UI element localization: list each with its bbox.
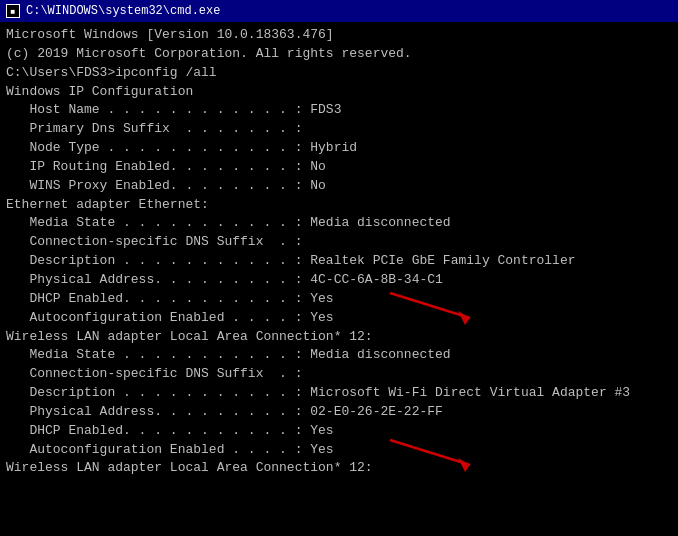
title-bar-text: C:\WINDOWS\system32\cmd.exe	[26, 4, 672, 18]
console-line: DHCP Enabled. . . . . . . . . . . : Yes	[6, 290, 672, 309]
console-line: Description . . . . . . . . . . . : Micr…	[6, 384, 672, 403]
console-line: WINS Proxy Enabled. . . . . . . . : No	[6, 177, 672, 196]
console-line: DHCP Enabled. . . . . . . . . . . : Yes	[6, 422, 672, 441]
console-line: Media State . . . . . . . . . . . : Medi…	[6, 346, 672, 365]
console-line: Wireless LAN adapter Local Area Connecti…	[6, 459, 672, 478]
console-line: Connection-specific DNS Suffix . :	[6, 233, 672, 252]
console-line: Windows IP Configuration	[6, 83, 672, 102]
console-line: Host Name . . . . . . . . . . . . : FDS3	[6, 101, 672, 120]
console-window: Microsoft Windows [Version 10.0.18363.47…	[0, 22, 678, 536]
console-line: Node Type . . . . . . . . . . . . : Hybr…	[6, 139, 672, 158]
console-line: Microsoft Windows [Version 10.0.18363.47…	[6, 26, 672, 45]
console-line: Physical Address. . . . . . . . . : 02-E…	[6, 403, 672, 422]
console-line: Physical Address. . . . . . . . . : 4C-C…	[6, 271, 672, 290]
console-line: Description . . . . . . . . . . . : Real…	[6, 252, 672, 271]
title-bar-icon: ■	[6, 4, 20, 18]
console-line: C:\Users\FDS3>ipconfig /all	[6, 64, 672, 83]
console-line: Autoconfiguration Enabled . . . . : Yes	[6, 441, 672, 460]
console-line: Connection-specific DNS Suffix . :	[6, 365, 672, 384]
console-line: IP Routing Enabled. . . . . . . . : No	[6, 158, 672, 177]
console-line: Wireless LAN adapter Local Area Connecti…	[6, 328, 672, 347]
title-bar: ■ C:\WINDOWS\system32\cmd.exe	[0, 0, 678, 22]
console-line: Autoconfiguration Enabled . . . . : Yes	[6, 309, 672, 328]
console-line: (c) 2019 Microsoft Corporation. All righ…	[6, 45, 672, 64]
console-line: Media State . . . . . . . . . . . : Medi…	[6, 214, 672, 233]
console-line: Ethernet adapter Ethernet:	[6, 196, 672, 215]
console-line: Primary Dns Suffix . . . . . . . :	[6, 120, 672, 139]
